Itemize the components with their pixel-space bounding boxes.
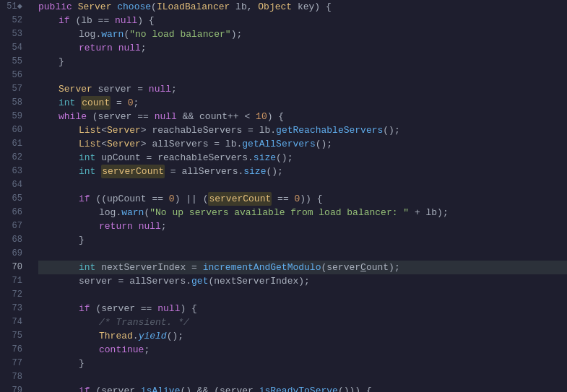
ln-52: 52: [0, 14, 27, 27]
code-line-55: }: [38, 55, 567, 69]
ln-79: 79: [0, 384, 27, 392]
ln-60: 60: [0, 123, 27, 137]
code-line-70: int nextServerIndex = incrementAndGetMod…: [38, 261, 567, 274]
code-line-73: if (server == null) {: [38, 302, 567, 315]
code-line-72: [38, 288, 567, 302]
code-line-54: return null;: [38, 41, 567, 55]
code-line-75: Thread.yield();: [38, 329, 567, 343]
code-line-63: int serverCount = allServers.size();: [38, 165, 567, 178]
code-line-52: if (lb == null) {: [38, 14, 567, 27]
code-line-68: }: [38, 233, 567, 247]
ln-62: 62: [0, 151, 27, 165]
code-content[interactable]: public Server choose(ILoadBalancer lb, O…: [33, 0, 567, 392]
code-line-79: if (server.isAlive() && (server.isReadyT…: [38, 384, 567, 392]
ln-61: 61: [0, 137, 27, 151]
ln-68: 68: [0, 233, 27, 247]
code-line-69: [38, 247, 567, 261]
code-line-78: [38, 370, 567, 384]
code-line-56: [38, 69, 567, 82]
code-line-67: return null;: [38, 219, 567, 233]
code-line-51: public Server choose(ILoadBalancer lb, O…: [38, 0, 567, 14]
code-line-57: Server server = null;: [38, 82, 567, 96]
ln-71: 71: [0, 274, 27, 288]
code-line-58: int count = 0;: [38, 96, 567, 110]
ln-56: 56: [0, 69, 27, 82]
ln-55: 55: [0, 55, 27, 69]
ln-65: 65: [0, 192, 27, 206]
ln-57: 57: [0, 82, 27, 96]
code-line-60: List<Server> reachableServers = lb.getRe…: [38, 123, 567, 137]
ln-76: 76: [0, 343, 27, 357]
ln-69: 69: [0, 247, 27, 261]
ln-70: 70: [0, 261, 27, 274]
ln-59: 59: [0, 110, 27, 123]
code-line-77: }: [38, 357, 567, 370]
ln-66: 66: [0, 206, 27, 219]
ln-58: 58: [0, 96, 27, 110]
code-line-71: server = allServers.get(nextServerIndex)…: [38, 274, 567, 288]
ln-74: 74: [0, 315, 27, 329]
line-numbers: 51◆ 52 53 54 55 56 57 58 59 60 61 62 63 …: [0, 0, 33, 392]
code-line-62: int upCount = reachableServers.size();: [38, 151, 567, 165]
code-line-61: List<Server> allServers = lb.getAllServe…: [38, 137, 567, 151]
code-editor: 51◆ 52 53 54 55 56 57 58 59 60 61 62 63 …: [0, 0, 567, 392]
ln-72: 72: [0, 288, 27, 302]
ln-63: 63: [0, 165, 27, 178]
ln-75: 75: [0, 329, 27, 343]
ln-51: 51◆: [0, 0, 27, 14]
code-line-76: continue;: [38, 343, 567, 357]
code-line-64: [38, 178, 567, 192]
ln-78: 78: [0, 370, 27, 384]
ln-73: 73: [0, 302, 27, 315]
ln-64: 64: [0, 178, 27, 192]
ln-67: 67: [0, 219, 27, 233]
ln-54: 54: [0, 41, 27, 55]
code-line-53: log.warn("no load balancer");: [38, 27, 567, 41]
code-line-65: if ((upCount == 0) || (serverCount == 0)…: [38, 192, 567, 206]
ln-77: 77: [0, 357, 27, 370]
code-line-74: /* Transient. */: [38, 315, 567, 329]
code-line-59: while (server == null && count++ < 10) {: [38, 110, 567, 123]
ln-53: 53: [0, 27, 27, 41]
code-line-66: log.warn("No up servers available from l…: [38, 206, 567, 219]
